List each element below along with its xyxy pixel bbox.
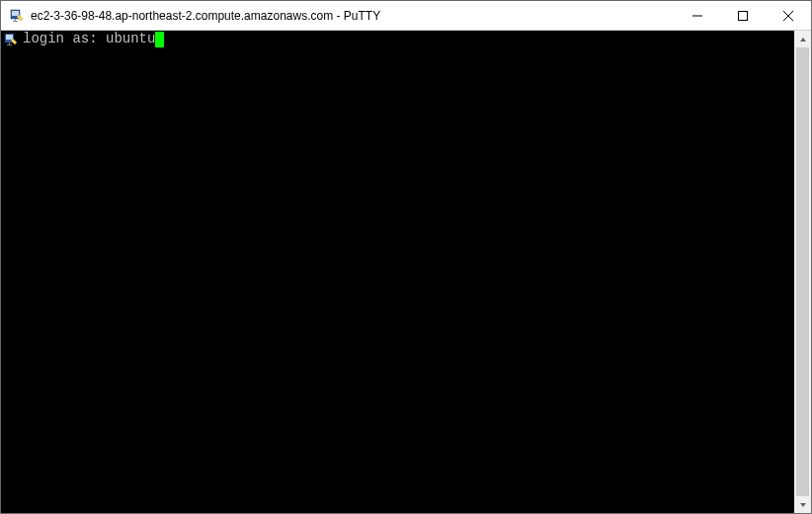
terminal[interactable]: login as: ubuntu — [1, 31, 794, 513]
login-prompt: login as: — [23, 31, 106, 47]
svg-rect-1 — [12, 11, 19, 16]
client-area: login as: ubuntu — [1, 31, 811, 513]
scroll-down-button[interactable] — [794, 496, 811, 513]
scrollbar-track[interactable] — [794, 47, 811, 496]
window-title: ec2-3-36-98-48.ap-northeast-2.compute.am… — [31, 9, 675, 23]
svg-rect-2 — [15, 19, 16, 21]
terminal-cursor — [155, 32, 164, 47]
svg-rect-5 — [739, 11, 748, 20]
maximize-button[interactable] — [720, 1, 766, 30]
close-button[interactable] — [766, 1, 811, 30]
titlebar[interactable]: ec2-3-36-98-48.ap-northeast-2.compute.am… — [1, 1, 811, 31]
vertical-scrollbar[interactable] — [794, 31, 811, 513]
putty-icon — [3, 32, 19, 47]
svg-rect-10 — [9, 43, 10, 44]
minimize-button[interactable] — [675, 1, 720, 30]
putty-icon — [9, 8, 25, 24]
login-input-value: ubuntu — [106, 31, 155, 47]
svg-rect-11 — [7, 44, 12, 45]
scroll-up-button[interactable] — [794, 31, 811, 47]
putty-window: ec2-3-36-98-48.ap-northeast-2.compute.am… — [0, 0, 812, 514]
svg-rect-9 — [6, 35, 13, 40]
window-controls — [675, 1, 811, 30]
scrollbar-thumb[interactable] — [796, 47, 809, 496]
svg-rect-3 — [13, 21, 18, 22]
terminal-line: login as: ubuntu — [1, 31, 794, 47]
